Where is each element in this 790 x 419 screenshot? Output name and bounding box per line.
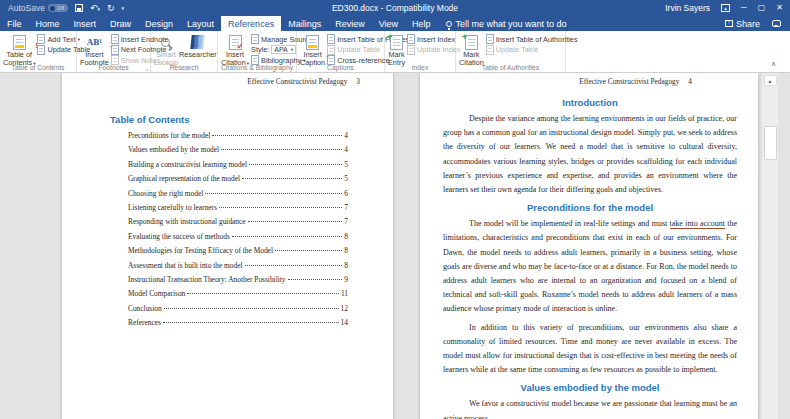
update-index-button[interactable]: Update Index (407, 45, 460, 56)
toc-entry[interactable]: Responding with instructional guidance 7 (128, 217, 348, 231)
paragraph-values: We favor a constructivist model because … (443, 397, 737, 419)
vertical-scrollbar[interactable]: ▲ (761, 73, 778, 419)
toc-entry[interactable]: Assessment that is built into the model … (128, 261, 348, 275)
update-index-icon (407, 45, 415, 55)
undo-button[interactable]: ↶▾ (90, 4, 100, 13)
toc-entry-page: 5 (344, 174, 348, 183)
document-canvas[interactable]: Effective Constructivist Pedagogy 3 Tabl… (0, 73, 790, 419)
toc-entry[interactable]: Listening carefully to learners 7 (128, 203, 348, 217)
group-label-citations: Citations & Bibliography (218, 64, 296, 71)
share-button[interactable]: Share (725, 19, 760, 29)
toc-entry[interactable]: Methodologies for Testing Efficacy of th… (128, 246, 348, 260)
mark-entry-button[interactable]: Mark Entry (388, 33, 405, 68)
page-3[interactable]: Effective Constructivist Pedagogy 3 Tabl… (62, 73, 393, 419)
chevron-down-icon: ▾ (291, 47, 293, 52)
close-icon: ✕ (776, 3, 783, 12)
tab-review[interactable]: Review (328, 16, 372, 31)
autosave-state: Off (57, 5, 64, 11)
insert-index-button[interactable]: Insert Index (407, 34, 460, 45)
group-label-research: Research (151, 64, 217, 71)
minimize-button[interactable]: ─ (741, 4, 747, 12)
table-of-contents-button[interactable]: Table of Contents▾ (3, 33, 35, 68)
scroll-up-button[interactable]: ▲ (764, 75, 777, 86)
chevron-down-icon: ▾ (97, 6, 100, 12)
tab-references[interactable]: References (221, 16, 281, 31)
style-dropdown[interactable]: APA▾ (271, 45, 296, 54)
user-name[interactable]: Irvin Sayers (665, 3, 710, 13)
insert-table-of-authorities-icon (486, 34, 494, 44)
toc-entry[interactable]: Values embodied by the model 4 (128, 145, 348, 159)
mark-citation-icon (465, 35, 478, 50)
scrollbar-thumb[interactable] (764, 126, 777, 160)
toc-entry-page: 11 (341, 289, 348, 298)
researcher-label: Researcher (179, 51, 217, 59)
toc-entry[interactable]: Choosing the right model 6 (128, 189, 348, 203)
tab-view[interactable]: View (372, 16, 405, 31)
tab-file[interactable]: File (0, 16, 29, 31)
redo-button[interactable]: ↻ (107, 4, 115, 13)
footnotes-dialog-launcher-icon[interactable]: ⌟ (145, 64, 148, 71)
ribbon-group-research: Smart Lookup Researcher Research (151, 31, 218, 72)
insert-citation-button[interactable]: Insert Citation▾ (221, 33, 249, 68)
toc-entry[interactable]: Evaluating the success of methods 8 (128, 232, 348, 246)
autosave-toggle[interactable]: AutoSave Off (8, 3, 68, 13)
toc-entry-title: Preconditions for the model (128, 131, 210, 140)
paragraph-preconditions-1: The model will be implemented in real-li… (443, 217, 737, 316)
page-header: Effective Constructivist Pedagogy 4 (420, 77, 692, 86)
insert-caption-button[interactable]: Insert Caption (300, 33, 325, 68)
grammar-marked-phrase: take into account (670, 219, 725, 228)
insert-footnote-button[interactable]: AB¹ Insert Footnote (80, 33, 109, 68)
tab-layout[interactable]: Layout (180, 16, 221, 31)
toc-entry-title: Choosing the right model (128, 189, 203, 198)
researcher-button[interactable]: Researcher (180, 33, 216, 59)
save-icon[interactable] (75, 4, 83, 12)
ribbon-empty-space: ∧ (566, 31, 790, 72)
toc-dot-leader (187, 293, 339, 294)
toc-dot-leader (219, 207, 342, 208)
tab-draw[interactable]: Draw (103, 16, 138, 31)
toc-list: Preconditions for the model 4 Values emb… (128, 131, 348, 332)
quick-access-toolbar: AutoSave Off ↶▾ ↻ ▾ (8, 3, 124, 13)
running-header-text: Effective Constructivist Pedagogy (247, 77, 347, 86)
toc-entry-page: 8 (344, 232, 348, 241)
mark-citation-button[interactable]: Mark Citation (459, 33, 484, 68)
toc-entry-title: Assessment that is built into the model (128, 261, 243, 270)
tab-help[interactable]: Help (405, 16, 438, 31)
toc-entry-title: Responding with instructional guidance (128, 217, 246, 226)
minimize-icon: ─ (741, 3, 747, 12)
toc-entry-page: 5 (344, 160, 348, 169)
toc-entry[interactable]: References 14 (128, 318, 348, 332)
toc-entry-title: Listening carefully to learners (128, 203, 217, 212)
tab-mailings[interactable]: Mailings (281, 16, 328, 31)
update-table-authorities-button[interactable]: Update Table (486, 45, 578, 56)
insert-table-of-authorities-button[interactable]: Insert Table of Authorities (486, 34, 578, 45)
collapse-ribbon-icon[interactable]: ∧ (771, 60, 776, 68)
toc-dot-leader (164, 308, 339, 309)
toc-entry-title: Building a constructivist learning model (128, 160, 247, 169)
toc-entry-title: Values embodied by the model (128, 145, 219, 154)
ribbon-display-options-icon[interactable]: ▴ (721, 4, 730, 12)
ribbon-group-table-of-contents: Table of Contents▾ Add Text▾ Update Tabl… (0, 31, 77, 72)
toc-entry[interactable]: Building a constructivist learning model… (128, 160, 348, 174)
group-label-table-of-authorities: Table of Authorities (456, 64, 565, 71)
comments-icon[interactable] (772, 20, 781, 27)
tell-me-box[interactable]: Tell me what you want to do (438, 16, 567, 31)
tab-home[interactable]: Home (29, 16, 67, 31)
maximize-button[interactable]: ▢ (758, 4, 766, 12)
page-4[interactable]: Effective Constructivist Pedagogy 4 Intr… (420, 73, 758, 419)
update-table-authorities-icon (486, 45, 494, 55)
toc-entry[interactable]: Preconditions for the model 4 (128, 131, 348, 145)
tab-design[interactable]: Design (138, 16, 180, 31)
title-bar: AutoSave Off ↶▾ ↻ ▾ ED300.docx - Compati… (0, 0, 790, 16)
toc-entry[interactable]: Graphical representation of the model 5 (128, 174, 348, 188)
toc-entry[interactable]: Model Comparison 11 (128, 289, 348, 303)
ribbon-group-table-of-authorities: Mark Citation Insert Table of Authoritie… (456, 31, 566, 72)
smart-lookup-button[interactable]: Smart Lookup (154, 33, 178, 68)
close-button[interactable]: ✕ (776, 4, 783, 12)
toc-entry[interactable]: Instructional Transaction Theory: Anothe… (128, 275, 348, 289)
customize-qat-button[interactable]: ▾ (121, 6, 124, 11)
toc-entry[interactable]: Conclusion 12 (128, 304, 348, 318)
precond-text-post: the limitations, characteristics and pre… (443, 219, 737, 313)
tab-insert[interactable]: Insert (67, 16, 104, 31)
insert-index-icon (407, 34, 415, 44)
